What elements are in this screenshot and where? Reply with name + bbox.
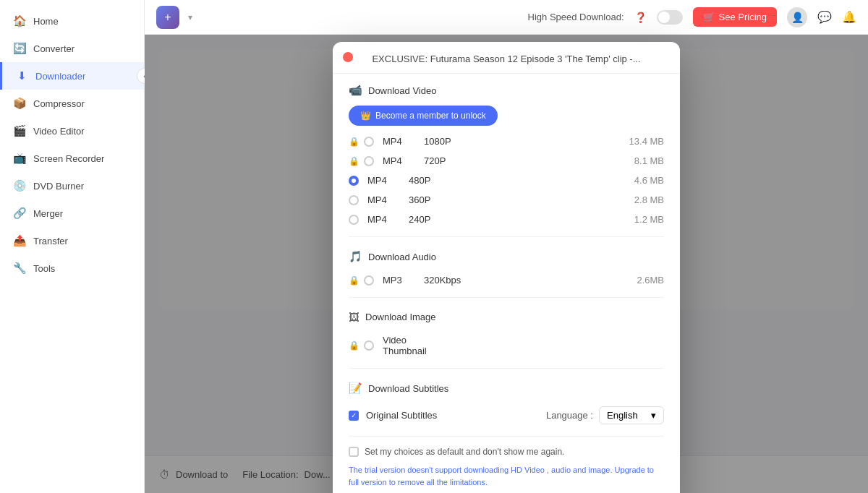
video-options-list: 🔒 MP4 1080P 13.4 MB 🔒 <box>349 133 664 228</box>
sidebar-label-tools: Tools <box>33 263 55 274</box>
cart-icon: 🛒 <box>703 12 715 22</box>
sidebar-label-video-editor: Video Editor <box>33 126 85 137</box>
image-section-label: Download Image <box>365 312 436 322</box>
topbar-chevron-icon[interactable]: ▾ <box>188 12 192 22</box>
modal-title: EXCLUSIVE: Futurama Season 12 Episode 3 … <box>333 42 680 74</box>
divider-4 <box>349 436 664 437</box>
main-content: + ▾ High Speed Download: ❓ 🛒 See Pricing… <box>145 0 868 493</box>
lock-icon-mp3: 🔒 <box>349 275 359 286</box>
merger-icon: 🔗 <box>13 207 26 220</box>
format-720p: MP4 <box>383 155 415 166</box>
app-logo: + <box>156 6 179 29</box>
res-1080p: 1080P <box>424 136 464 147</box>
format-240p: MP4 <box>367 214 400 225</box>
compressor-icon: 📦 <box>13 97 26 110</box>
sidebar-label-compressor: Compressor <box>33 98 85 109</box>
format-360p: MP4 <box>367 194 400 205</box>
size-mp3: 2.6MB <box>637 275 664 286</box>
quality-mp3: 320Kbps <box>424 275 464 286</box>
subtitles-section-icon: 📝 <box>349 382 362 395</box>
video-option-1080p[interactable]: 🔒 MP4 1080P 13.4 MB <box>349 133 664 150</box>
subtitles-section: 📝 Download Subtitles Original Subtitles … <box>333 372 680 433</box>
video-option-360p[interactable]: MP4 360P 2.8 MB <box>349 192 664 208</box>
size-720p: 8.1 MB <box>634 155 664 166</box>
res-480p: 480P <box>409 175 448 186</box>
message-icon[interactable]: 💬 <box>817 10 832 24</box>
unlock-label: Become a member to unlock <box>375 111 486 121</box>
radio-480p[interactable] <box>349 176 359 186</box>
sidebar-item-merger[interactable]: 🔗 Merger <box>0 200 144 227</box>
original-subtitles-checkbox[interactable] <box>349 411 359 421</box>
unlock-banner[interactable]: 👑 Become a member to unlock <box>349 106 498 126</box>
high-speed-toggle[interactable] <box>657 10 683 25</box>
modal-overlay: EXCLUSIVE: Futurama Season 12 Episode 3 … <box>145 35 868 493</box>
language-colon-label: Language : <box>546 410 593 421</box>
radio-lock-mp3: 🔒 <box>349 275 374 286</box>
radio-lock-1080p: 🔒 <box>349 137 374 147</box>
video-option-720p[interactable]: 🔒 MP4 720P 8.1 MB <box>349 153 664 169</box>
size-480p: 4.6 MB <box>634 175 664 186</box>
sidebar-item-converter[interactable]: 🔄 Converter <box>0 35 144 62</box>
sidebar-item-video-editor[interactable]: 🎬 Video Editor <box>0 117 144 145</box>
video-section-label: Download Video <box>368 85 436 96</box>
downloader-icon: ⬇ <box>15 69 28 82</box>
user-avatar[interactable]: 👤 <box>787 7 807 27</box>
video-section-header: 📹 Download Video <box>349 84 664 97</box>
divider-3 <box>349 368 664 369</box>
audio-section-label: Download Audio <box>368 252 436 262</box>
video-section: 📹 Download Video 👑 Become a member to un… <box>333 74 680 233</box>
image-section: 🖼 Download Image 🔒 Video Thumbnail <box>333 301 680 365</box>
size-360p: 2.8 MB <box>634 194 664 205</box>
sidebar-label-merger: Merger <box>33 208 63 219</box>
lock-icon-720p: 🔒 <box>349 156 359 166</box>
lock-icon-thumbnail: 🔒 <box>349 340 359 351</box>
original-subtitles-label: Original Subtitles <box>366 410 437 421</box>
thumbnail-label: Video Thumbnail <box>383 335 415 356</box>
image-section-header: 🖼 Download Image <box>349 311 664 323</box>
sidebar-label-home: Home <box>33 16 59 27</box>
modal-close-button[interactable] <box>343 52 353 62</box>
sidebar-item-transfer[interactable]: 📤 Transfer <box>0 227 144 254</box>
format-1080p: MP4 <box>383 136 415 147</box>
radio-thumbnail[interactable] <box>364 340 374 351</box>
remember-row: Set my choices as default and don't show… <box>333 440 680 460</box>
home-icon: 🏠 <box>13 14 26 27</box>
divider-2 <box>349 297 664 298</box>
image-option-thumbnail[interactable]: 🔒 Video Thumbnail <box>349 332 664 359</box>
divider-1 <box>349 236 664 237</box>
sidebar-item-downloader[interactable]: ⬇ Downloader ‹ <box>0 62 144 90</box>
crown-icon: 👑 <box>360 111 371 121</box>
audio-section-icon: 🎵 <box>349 250 362 263</box>
radio-lock-720p: 🔒 <box>349 156 374 166</box>
sidebar-item-screen-recorder[interactable]: 📺 Screen Recorder <box>0 145 144 172</box>
sidebar-item-tools[interactable]: 🔧 Tools <box>0 254 144 282</box>
converter-icon: 🔄 <box>13 42 26 55</box>
remember-checkbox[interactable] <box>349 447 359 457</box>
radio-1080p[interactable] <box>364 137 374 147</box>
radio-720p[interactable] <box>364 156 374 166</box>
sidebar-label-transfer: Transfer <box>33 236 68 246</box>
downloader-area: EXCLUSIVE: Futurama Season 12 Episode 3 … <box>145 35 868 493</box>
radio-360p[interactable] <box>349 195 359 205</box>
format-480p: MP4 <box>367 175 400 186</box>
format-mp3: MP3 <box>383 275 415 286</box>
audio-option-mp3[interactable]: 🔒 MP3 320Kbps 2.6MB <box>349 272 664 288</box>
sidebar-item-compressor[interactable]: 📦 Compressor <box>0 90 144 117</box>
video-option-240p[interactable]: MP4 240P 1.2 MB <box>349 211 664 228</box>
remember-label: Set my choices as default and don't show… <box>365 447 564 457</box>
video-option-480p[interactable]: MP4 480P 4.6 MB <box>349 172 664 189</box>
res-720p: 720P <box>424 155 464 166</box>
audio-section-header: 🎵 Download Audio <box>349 250 664 263</box>
audio-section: 🎵 Download Audio 🔒 MP3 320Kbps 2.6MB <box>333 240 680 294</box>
question-icon[interactable]: ❓ <box>634 12 647 23</box>
language-dropdown[interactable]: English ▾ <box>599 406 664 424</box>
radio-240p[interactable] <box>349 215 359 225</box>
notification-icon[interactable]: 🔔 <box>842 10 856 24</box>
image-section-icon: 🖼 <box>349 311 359 323</box>
see-pricing-button[interactable]: 🛒 See Pricing <box>693 7 777 27</box>
sidebar-item-home[interactable]: 🏠 Home <box>0 7 144 35</box>
radio-mp3[interactable] <box>364 275 374 286</box>
sidebar-item-dvd-burner[interactable]: 💿 DVD Burner <box>0 172 144 200</box>
trial-notice[interactable]: The trial version doesn't support downlo… <box>333 460 680 492</box>
res-240p: 240P <box>409 214 448 225</box>
